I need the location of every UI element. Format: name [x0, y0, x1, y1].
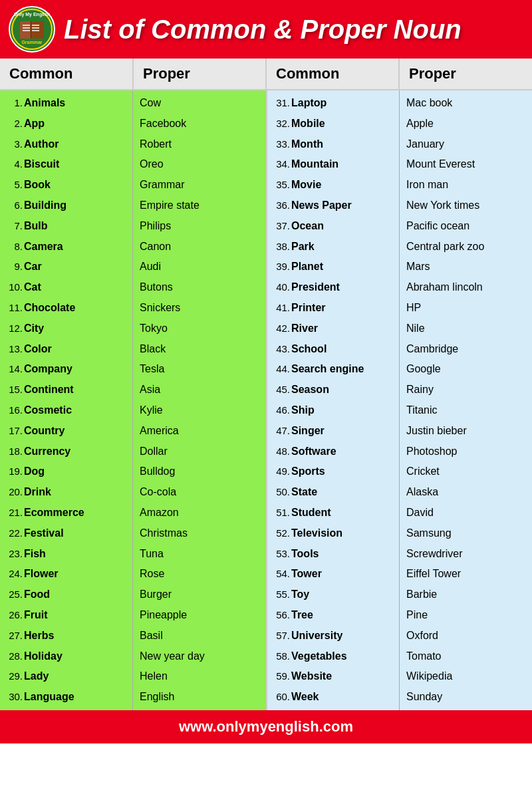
item-number: 30.: [7, 689, 23, 704]
list-item: 28.Holiday: [0, 646, 132, 667]
list-item: Mars: [400, 257, 532, 277]
list-item: Cricket: [400, 462, 532, 482]
proper-noun: Cambridge: [406, 341, 458, 358]
list-item: 21.Ecommerce: [0, 503, 132, 523]
svg-rect-3: [20, 21, 31, 39]
item-number: 34.: [274, 156, 290, 172]
common-noun: Tools: [291, 546, 319, 563]
proper-noun: Samsung: [406, 525, 452, 542]
item-number: 49.: [274, 464, 290, 479]
list-item: Nile: [400, 319, 532, 339]
list-item: 33.Month: [267, 134, 399, 155]
common-noun: Animals: [24, 95, 65, 112]
list-item: 23.Fish: [0, 544, 132, 565]
item-number: 45.: [274, 382, 290, 397]
list-item: 39.Planet: [267, 257, 399, 277]
left-section: 1.Animals2.App3.Author4.Biscuit5.Book6.B…: [0, 90, 266, 710]
item-number: 28.: [7, 648, 23, 664]
common-noun: Building: [24, 198, 66, 214]
list-item: 9.Car: [0, 257, 132, 277]
common-noun: Fruit: [24, 607, 48, 624]
item-number: 38.: [274, 239, 290, 254]
right-common-col: 31.Laptop32.Mobile33.Month34.Mountain35.…: [267, 90, 400, 710]
main-content: 1.Animals2.App3.Author4.Biscuit5.Book6.B…: [0, 90, 532, 710]
list-item: 8.Camera: [0, 237, 132, 257]
right-section: 31.Laptop32.Mobile33.Month34.Mountain35.…: [266, 90, 532, 710]
list-item: 41.Printer: [267, 298, 399, 319]
item-number: 29.: [7, 668, 23, 684]
list-item: 10.Cat: [0, 277, 132, 298]
list-item: 14.Company: [0, 359, 132, 380]
col-header-proper-2: Proper: [399, 59, 532, 89]
list-item: 37.Ocean: [267, 216, 399, 237]
list-item: 18.Currency: [0, 442, 132, 462]
item-number: 25.: [7, 587, 23, 602]
common-noun: Festival: [24, 525, 64, 542]
list-item: 30.Language: [0, 687, 132, 708]
proper-noun: Facebook: [140, 116, 186, 132]
item-number: 27.: [7, 628, 23, 643]
item-number: 5.: [7, 177, 23, 192]
common-noun: Language: [24, 689, 74, 706]
item-number: 57.: [274, 628, 290, 643]
common-noun: Mobile: [291, 116, 325, 132]
list-item: Screwdriver: [400, 544, 532, 565]
proper-noun: Photoshop: [406, 444, 458, 460]
proper-noun: Google: [406, 361, 441, 378]
list-item: Oreo: [133, 154, 266, 175]
list-item: Canon: [133, 237, 266, 257]
proper-noun: Tesla: [140, 361, 164, 378]
proper-noun: Empire state: [140, 198, 200, 214]
list-item: Alaska: [400, 482, 532, 503]
list-item: Mount Everest: [400, 154, 532, 175]
proper-noun: Asia: [140, 382, 160, 398]
list-item: 4.Biscuit: [0, 154, 132, 175]
item-number: 9.: [7, 259, 23, 274]
item-number: 56.: [274, 607, 290, 622]
proper-noun: Rainy: [406, 382, 434, 398]
list-item: 55.Toy: [267, 585, 399, 605]
item-number: 40.: [274, 279, 290, 295]
common-noun: Chocolate: [24, 300, 75, 317]
proper-noun: Co-cola: [140, 484, 176, 501]
list-item: 1.Animals: [0, 93, 132, 114]
list-item: Butons: [133, 277, 266, 298]
item-number: 54.: [274, 566, 290, 581]
common-noun: Color: [24, 341, 52, 358]
item-number: 4.: [7, 156, 23, 172]
list-item: 25.Food: [0, 585, 132, 605]
list-item: Facebook: [133, 114, 266, 134]
common-noun: Season: [291, 382, 329, 398]
common-noun: Software: [291, 444, 336, 460]
list-item: 5.Book: [0, 175, 132, 196]
proper-noun: Apple: [406, 116, 434, 132]
common-noun: Vegetables: [291, 648, 347, 665]
item-number: 10.: [7, 279, 23, 295]
list-item: 40.President: [267, 277, 399, 298]
list-item: Wikipedia: [400, 666, 532, 687]
list-item: America: [133, 421, 266, 442]
list-item: Tomato: [400, 646, 532, 667]
proper-noun: Black: [140, 341, 166, 358]
proper-noun: Philips: [140, 218, 171, 235]
proper-noun: Pineapple: [140, 607, 187, 624]
list-item: 3.Author: [0, 134, 132, 155]
list-item: Rainy: [400, 380, 532, 400]
list-item: Tuna: [133, 544, 266, 565]
item-number: 12.: [7, 321, 23, 336]
proper-noun: Cow: [140, 95, 161, 112]
list-item: Eiffel Tower: [400, 564, 532, 585]
list-item: Barbie: [400, 585, 532, 605]
common-noun: Drink: [24, 484, 51, 501]
proper-noun: Robert: [140, 136, 172, 153]
proper-noun: Abraham lincoln: [406, 279, 483, 296]
common-noun: Ecommerce: [24, 505, 84, 521]
item-number: 11.: [7, 300, 23, 315]
list-item: Black: [133, 339, 266, 360]
list-item: 35.Movie: [267, 175, 399, 196]
item-number: 53.: [274, 546, 290, 561]
list-item: 50.State: [267, 482, 399, 503]
common-noun: Tower: [291, 566, 322, 583]
item-number: 44.: [274, 361, 290, 376]
proper-noun: Sunday: [406, 689, 442, 706]
